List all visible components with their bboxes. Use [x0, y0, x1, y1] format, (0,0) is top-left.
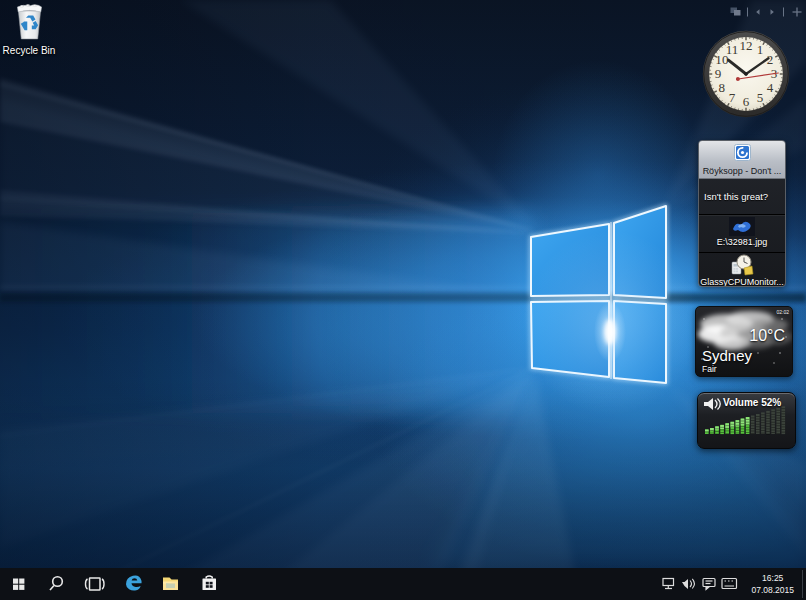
- svg-text:12: 12: [739, 38, 752, 53]
- svg-text:9: 9: [715, 66, 722, 81]
- svg-text:7: 7: [729, 90, 736, 105]
- svg-text:1: 1: [757, 42, 764, 57]
- svg-text:5: 5: [757, 90, 764, 105]
- svg-text:8: 8: [719, 80, 726, 95]
- svg-text:4: 4: [767, 80, 774, 95]
- svg-text:11: 11: [726, 42, 739, 57]
- svg-text:6: 6: [743, 94, 750, 109]
